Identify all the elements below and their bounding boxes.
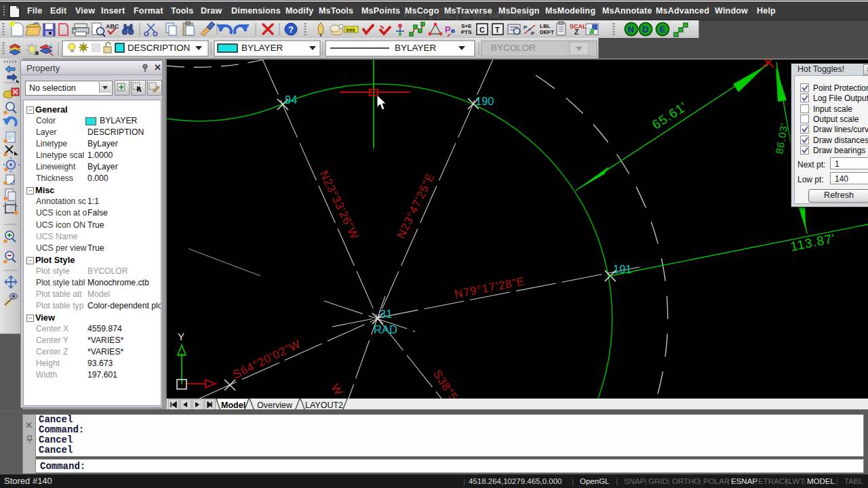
svg-text:?: ?	[288, 24, 294, 35]
svg-text:N79°17'28"E: N79°17'28"E	[453, 274, 526, 301]
svg-text:S38°5: S38°5	[431, 368, 460, 399]
svg-text:Y: Y	[178, 331, 184, 342]
svg-text:DEFT: DEFT	[540, 29, 554, 35]
svg-text:P: P	[524, 24, 528, 30]
svg-text:PTS: PTS	[461, 29, 472, 35]
svg-text:S64°20'02"W: S64°20'02"W	[231, 338, 302, 382]
svg-text:ABC: ABC	[106, 23, 119, 30]
svg-text:LBL: LBL	[540, 23, 551, 29]
svg-text:BYLAYER: BYLAYER	[241, 43, 283, 53]
svg-text:S+E: S+E	[461, 23, 472, 29]
svg-text:N23°47'25"E: N23°47'25"E	[394, 171, 437, 241]
svg-text:113.87': 113.87'	[789, 231, 837, 253]
svg-text:T: T	[495, 26, 500, 34]
svg-text:P: P	[445, 24, 451, 35]
svg-text:Overview: Overview	[257, 401, 293, 410]
svg-text:DESCRIPTION: DESCRIPTION	[127, 43, 190, 53]
svg-text:LAYOUT2: LAYOUT2	[305, 401, 343, 410]
svg-text:86.03': 86.03'	[773, 122, 790, 155]
svg-text:C: C	[479, 26, 485, 34]
svg-text:Model: Model	[221, 401, 245, 410]
svg-text:P: P	[531, 30, 535, 37]
svg-text:190: 190	[475, 95, 494, 107]
svg-text:999: 999	[346, 27, 355, 33]
svg-text:W: W	[328, 382, 345, 398]
svg-text:E: E	[660, 24, 666, 35]
svg-text:BYLAYER: BYLAYER	[395, 43, 437, 53]
svg-text:BYCOLOR: BYCOLOR	[491, 43, 536, 53]
svg-text:31: 31	[380, 308, 392, 320]
svg-text:D: D	[642, 24, 648, 35]
svg-text:65.61': 65.61'	[650, 99, 690, 132]
svg-text:N23°33'26"W: N23°33'26"W	[317, 169, 361, 241]
svg-text:RAD: RAD	[374, 323, 397, 336]
svg-text:94: 94	[285, 94, 297, 106]
svg-text:N: N	[628, 24, 634, 35]
svg-text:Z: Z	[574, 28, 578, 36]
